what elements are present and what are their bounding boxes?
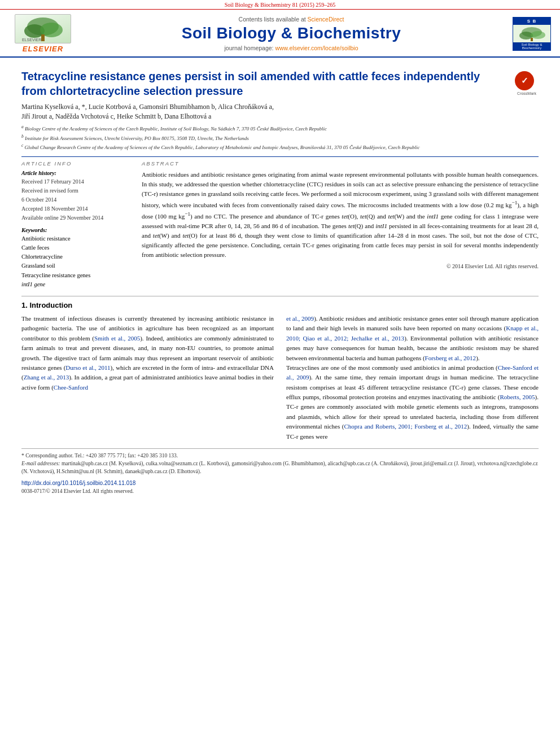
sbio-logo-bot: Soil Biology & Biochemistry <box>513 42 550 50</box>
journal-logo-right: S B Soil Biology & Biochemistry <box>506 17 551 51</box>
svg-point-7 <box>531 31 545 39</box>
sbio-logo-box: S B Soil Biology & Biochemistry <box>513 17 551 51</box>
email-note: E-mail addresses: martinak@upb.cas.cz (M… <box>21 460 539 476</box>
elsevier-brand-text: ELSEVIER <box>23 45 63 53</box>
journal-header: ELSEVIER ELSEVIER Contents lists availab… <box>0 10 560 58</box>
article-title: Tetracycline resistance genes persist in… <box>21 69 507 98</box>
ref-chee-sanford-1[interactable]: Chee-Sanford <box>54 384 88 391</box>
abstract-label: ABSTRACT <box>142 160 539 167</box>
ref-chopra[interactable]: Chopra and Roberts, 2001; Forsberg et al… <box>344 423 467 430</box>
history-label: Article history: <box>21 170 132 176</box>
article-history: Article history: Received 17 February 20… <box>21 170 132 222</box>
ref-durso[interactable]: Durso et al., 2011 <box>65 364 110 371</box>
info-abstract-section: ARTICLE INFO Article history: Received 1… <box>21 160 539 290</box>
keyword-1: Antibiotic resistance <box>21 234 132 243</box>
crossmark-section: ✓ CrossMark <box>515 71 539 95</box>
crossmark-circle: ✓ <box>515 71 534 90</box>
journal-title: Soil Biology & Biochemistry <box>77 24 506 42</box>
article-title-section: Tetracycline resistance genes persist in… <box>21 69 539 98</box>
ref-zhang[interactable]: Zhang et al., 2013 <box>24 374 69 381</box>
ref-forsberg-1[interactable]: Forsberg et al., 2012 <box>425 355 476 361</box>
page-content: Tetracycline resistance genes persist in… <box>0 58 560 500</box>
authors-line2: Jiří Jirout a, Naděžda Vrchotová c, Heik… <box>21 112 539 121</box>
svg-text:ELSEVIER: ELSEVIER <box>22 38 41 42</box>
elsevier-logo-section: ELSEVIER ELSEVIER <box>9 14 77 53</box>
keyword-5: Tetracycline resistance genes <box>21 271 132 280</box>
journal-top-bar: Soil Biology & Biochemistry 81 (2015) 25… <box>0 0 560 10</box>
journal-header-center: Contents lists available at ScienceDirec… <box>77 16 506 51</box>
abstract-text: Antibiotic residues and antibiotic resis… <box>142 170 539 260</box>
emails-label: E-mail addresses: <box>21 461 60 466</box>
affiliation-a: a Biology Centre of the Academy of Scien… <box>21 124 539 133</box>
abstract-column: ABSTRACT Antibiotic residues and antibio… <box>142 160 539 290</box>
tree-svg: ELSEVIER <box>18 15 68 42</box>
ref-roberts[interactable]: Roberts, 2005 <box>500 394 535 400</box>
emails-content: martinak@upb.cas.cz (M. Kyselková), culk… <box>21 461 538 474</box>
svg-rect-3 <box>41 34 45 41</box>
journal-citation: Soil Biology & Biochemistry 81 (2015) 25… <box>225 2 336 8</box>
introduction-section: 1. Introduction The treatment of infecti… <box>21 301 539 442</box>
affiliation-b: b Institute for Risk Assessment Sciences… <box>21 133 539 143</box>
sbio-logo-top: S B <box>513 18 550 25</box>
ref-knapp[interactable]: Knapp et al., 2010; Qiao et al., 2012; J… <box>286 325 539 341</box>
accepted-date: Accepted 18 November 2014 <box>21 204 132 213</box>
elsevier-tree-logo: ELSEVIER <box>15 14 71 43</box>
sbio-logo-svg <box>518 25 546 41</box>
section-divider-1 <box>21 156 539 157</box>
doi-line: http://dx.doi.org/10.1016/j.soilbio.2014… <box>21 478 539 487</box>
keyword-4: Grassland soil <box>21 261 132 270</box>
intro-col-right: et al., 2009). Antibiotic residues and a… <box>286 314 539 442</box>
intro-heading: 1. Introduction <box>21 301 539 309</box>
copyright-footer: 0038-0717/© 2014 Elsevier Ltd. All right… <box>21 488 539 494</box>
authors-line1: Martina Kyselková a, *, Lucie Kotrbová a… <box>21 103 539 111</box>
intro-para-3: Tetracyclines are one of the most common… <box>286 363 539 442</box>
keyword-2: Cattle feces <box>21 243 132 252</box>
svg-rect-8 <box>531 38 533 41</box>
received-date: Received 17 February 2014 <box>21 177 132 186</box>
intro-para-2: et al., 2009). Antibiotic residues and a… <box>286 314 539 363</box>
contents-line: Contents lists available at ScienceDirec… <box>77 16 506 23</box>
crossmark-label: CrossMark <box>515 91 539 95</box>
journal-homepage-line: journal homepage: www.elsevier.com/locat… <box>77 45 506 51</box>
affiliations-section: a Biology Centre of the Academy of Scien… <box>21 124 539 152</box>
ref-chee-sanford-3[interactable]: Chee-Sanford et al., 2009 <box>286 364 539 381</box>
article-info-label: ARTICLE INFO <box>21 160 132 167</box>
article-info-column: ARTICLE INFO Article history: Received 1… <box>21 160 132 290</box>
intro-para-1: The treatment of infectious diseases is … <box>21 314 274 392</box>
intro-col-left: The treatment of infectious diseases is … <box>21 314 274 442</box>
keywords-label: Keywords: <box>21 227 132 233</box>
ref-chee-sanford-2[interactable]: et al., 2009 <box>286 315 314 322</box>
sbio-logo-mid <box>513 25 550 42</box>
keyword-3: Chlortetracycline <box>21 252 132 261</box>
footnotes-section: * Corresponding author. Tel.: +420 387 7… <box>21 448 539 494</box>
corresponding-note: * Corresponding author. Tel.: +420 387 7… <box>21 452 539 460</box>
available-date: Available online 29 November 2014 <box>21 213 132 222</box>
copyright-line: © 2014 Elsevier Ltd. All rights reserved… <box>142 263 539 269</box>
homepage-link[interactable]: www.elsevier.com/locate/soilbio <box>275 45 358 51</box>
sciencedirect-link[interactable]: ScienceDirect <box>308 16 344 23</box>
ref-smith[interactable]: Smith et al., 2005 <box>94 335 140 342</box>
affiliation-c: c Global Change Research Centre of the A… <box>21 142 539 152</box>
revised-date: Received in revised form 6 October 2014 <box>21 186 132 204</box>
doi-link[interactable]: http://dx.doi.org/10.1016/j.soilbio.2014… <box>21 480 135 486</box>
keywords-section: Keywords: Antibiotic resistance Cattle f… <box>21 227 132 290</box>
keyword-6: intI1 gene <box>21 280 132 289</box>
section-divider-2 <box>21 296 539 296</box>
intro-body-columns: The treatment of infectious diseases is … <box>21 314 539 442</box>
